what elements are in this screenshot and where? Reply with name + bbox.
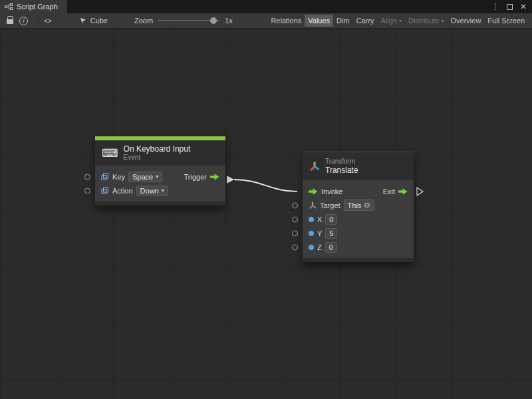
x-value-field[interactable]: 0: [325, 214, 337, 225]
breadcrumb[interactable]: Cube: [80, 17, 108, 25]
key-row: Key Space ▾ Trigger: [95, 170, 225, 184]
y-value-port-dot: [309, 231, 314, 236]
node-body: Invoke Exit Target This: [303, 180, 414, 257]
transform-icon: [309, 161, 320, 172]
node-body: Key Space ▾ Trigger A: [95, 166, 225, 201]
zoom-label: Zoom: [134, 17, 153, 25]
zoom-slider[interactable]: [158, 20, 219, 21]
chevron-down-icon: ▾: [156, 174, 158, 180]
node-title: Translate: [325, 166, 358, 175]
x-row: X 0: [303, 212, 414, 226]
values-button[interactable]: Values: [305, 15, 333, 27]
key-port-label: Key: [112, 173, 125, 181]
target-self-chip[interactable]: This ⊙: [344, 200, 374, 211]
node-subtitle: Event: [124, 154, 191, 162]
node-supertitle: Transform: [325, 158, 358, 166]
full-screen-button[interactable]: Full Screen: [484, 15, 528, 27]
chevron-down-icon: ▾: [399, 18, 402, 24]
keyboard-icon: ⌨: [102, 148, 118, 159]
toolbar-divider: [39, 16, 39, 25]
close-icon[interactable]: ✕: [520, 3, 527, 11]
target-picker-icon[interactable]: ⊙: [364, 201, 370, 209]
tab-title: Script Graph: [17, 3, 58, 11]
y-port-label: Y: [317, 229, 322, 237]
action-dropdown[interactable]: Down ▾: [136, 186, 168, 196]
target-value: This: [348, 201, 362, 209]
chevron-down-icon: ▾: [162, 188, 164, 194]
code-preview-icon[interactable]: <>: [44, 17, 52, 25]
x-input-port[interactable]: [292, 216, 298, 222]
distribute-button[interactable]: Distribute ▾: [405, 15, 447, 27]
window-titlebar: Script Graph ⋮ ✕: [0, 0, 532, 13]
node-on-keyboard-input[interactable]: ⌨ On Keyboard Input Event Key Space ▾ Tr…: [95, 136, 225, 207]
invoke-exit-row: Invoke Exit: [303, 184, 414, 198]
x-port-label: X: [317, 215, 322, 223]
node-footer: [95, 201, 225, 207]
window-menu-icon[interactable]: ⋮: [491, 3, 499, 11]
action-input-port[interactable]: [84, 188, 90, 194]
connection-trigger-to-invoke[interactable]: [234, 180, 297, 192]
node-header[interactable]: ⌨ On Keyboard Input Event: [95, 140, 225, 166]
z-value-port-dot: [309, 245, 314, 250]
connection-layer: [0, 29, 532, 399]
graph-toolbar: i <> Cube Zoom 1x Relations Values Dim C…: [0, 13, 532, 29]
carry-button[interactable]: Carry: [353, 15, 378, 27]
z-port-label: Z: [317, 243, 322, 251]
overview-button[interactable]: Overview: [448, 15, 485, 27]
lock-icon[interactable]: [4, 17, 19, 24]
invoke-input-port[interactable]: [309, 188, 318, 195]
y-row: Y 5: [303, 226, 414, 240]
script-graph-icon: [5, 3, 13, 10]
y-input-port[interactable]: [292, 230, 298, 236]
x-value-port-dot: [309, 217, 314, 222]
align-button[interactable]: Align ▾: [378, 15, 405, 27]
graph-canvas[interactable]: ⌨ On Keyboard Input Event Key Space ▾ Tr…: [0, 29, 532, 399]
connection-arrowhead: [227, 176, 234, 184]
breadcrumb-label: Cube: [90, 17, 108, 25]
align-label: Align: [381, 17, 397, 25]
node-footer: [303, 257, 414, 263]
info-icon[interactable]: i: [19, 17, 28, 25]
cursor-icon: [80, 17, 86, 24]
dim-button[interactable]: Dim: [333, 15, 353, 27]
distribute-label: Distribute: [408, 17, 439, 25]
action-port-label: Action: [112, 187, 133, 195]
z-value-field[interactable]: 0: [325, 242, 337, 253]
exit-port-label: Exit: [383, 188, 395, 196]
action-type-icon: [101, 187, 109, 195]
keycode-type-icon: [101, 173, 109, 181]
action-row: Action Down ▾: [95, 184, 225, 198]
target-port-label: Target: [320, 201, 340, 209]
zoom-value: 1x: [225, 17, 233, 25]
trigger-output-port[interactable]: [210, 174, 219, 180]
invoke-port-label: Invoke: [321, 188, 342, 196]
key-input-port[interactable]: [84, 174, 90, 180]
exit-port-arrowhead: [417, 188, 423, 196]
node-transform-translate[interactable]: Transform Translate Invoke Exit: [303, 152, 414, 263]
key-dropdown-value: Space: [132, 173, 153, 181]
relations-button[interactable]: Relations: [267, 15, 305, 27]
key-dropdown[interactable]: Space ▾: [128, 172, 162, 182]
chevron-down-icon: ▾: [442, 18, 444, 24]
z-row: Z 0: [303, 240, 414, 254]
trigger-port-label: Trigger: [184, 173, 207, 181]
transform-type-icon: [309, 201, 317, 209]
action-dropdown-value: Down: [140, 187, 159, 195]
exit-output-port[interactable]: [398, 188, 408, 195]
target-input-port[interactable]: [292, 202, 298, 208]
zoom-slider-knob[interactable]: [210, 17, 217, 24]
tab-script-graph[interactable]: Script Graph: [0, 0, 67, 13]
node-header[interactable]: Transform Translate: [303, 152, 414, 180]
maximize-icon[interactable]: [507, 4, 513, 10]
z-input-port[interactable]: [292, 244, 298, 250]
y-value-field[interactable]: 5: [325, 228, 337, 239]
target-row: Target This ⊙: [303, 198, 414, 212]
node-title: On Keyboard Input: [124, 144, 191, 154]
